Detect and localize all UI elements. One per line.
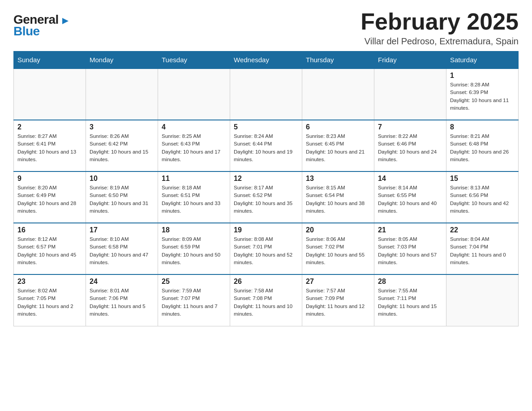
day-number: 19 — [234, 226, 298, 234]
calendar-cell: 8Sunrise: 8:21 AMSunset: 6:48 PMDaylight… — [446, 120, 519, 171]
day-info: Sunrise: 8:20 AMSunset: 6:49 PMDaylight:… — [17, 184, 82, 215]
day-info: Sunrise: 8:22 AMSunset: 6:46 PMDaylight:… — [378, 133, 442, 163]
week-row-1: 1Sunrise: 8:28 AMSunset: 6:39 PMDaylight… — [14, 68, 519, 120]
calendar-cell: 12Sunrise: 8:17 AMSunset: 6:52 PMDayligh… — [230, 171, 302, 223]
day-info: Sunrise: 8:04 AMSunset: 7:04 PMDaylight:… — [450, 235, 515, 266]
day-info: Sunrise: 8:02 AMSunset: 7:05 PMDaylight:… — [17, 287, 82, 318]
day-info: Sunrise: 7:58 AMSunset: 7:08 PMDaylight:… — [234, 287, 298, 318]
calendar-cell: 7Sunrise: 8:22 AMSunset: 6:46 PMDaylight… — [374, 120, 446, 171]
calendar-cell: 24Sunrise: 8:01 AMSunset: 7:06 PMDayligh… — [86, 274, 158, 326]
day-number: 15 — [450, 175, 515, 183]
day-number: 1 — [450, 72, 515, 80]
day-info: Sunrise: 8:26 AMSunset: 6:42 PMDaylight:… — [90, 133, 154, 163]
day-info: Sunrise: 8:24 AMSunset: 6:44 PMDaylight:… — [234, 133, 298, 163]
calendar-cell: 23Sunrise: 8:02 AMSunset: 7:05 PMDayligh… — [14, 274, 86, 326]
day-info: Sunrise: 7:57 AMSunset: 7:09 PMDaylight:… — [306, 287, 370, 318]
calendar-cell: 2Sunrise: 8:27 AMSunset: 6:41 PMDaylight… — [14, 120, 86, 171]
header-sunday: Sunday — [14, 51, 86, 69]
calendar-cell: 18Sunrise: 8:09 AMSunset: 6:59 PMDayligh… — [158, 223, 230, 274]
calendar-cell — [302, 68, 374, 120]
logo-blue-text: Blue — [13, 24, 40, 39]
calendar-cell: 9Sunrise: 8:20 AMSunset: 6:49 PMDaylight… — [14, 171, 86, 223]
week-row-4: 16Sunrise: 8:12 AMSunset: 6:57 PMDayligh… — [14, 223, 519, 274]
day-info: Sunrise: 8:25 AMSunset: 6:43 PMDaylight:… — [162, 133, 226, 163]
calendar-cell — [230, 68, 302, 120]
day-info: Sunrise: 8:05 AMSunset: 7:03 PMDaylight:… — [378, 235, 442, 266]
calendar-cell: 14Sunrise: 8:14 AMSunset: 6:55 PMDayligh… — [374, 171, 446, 223]
calendar-table: Sunday Monday Tuesday Wednesday Thursday… — [13, 51, 519, 326]
day-number: 6 — [306, 123, 370, 131]
day-info: Sunrise: 8:28 AMSunset: 6:39 PMDaylight:… — [450, 81, 515, 112]
day-number: 5 — [234, 123, 298, 131]
calendar-cell — [158, 68, 230, 120]
day-info: Sunrise: 8:19 AMSunset: 6:50 PMDaylight:… — [90, 184, 154, 215]
day-info: Sunrise: 8:12 AMSunset: 6:57 PMDaylight:… — [17, 235, 82, 266]
week-row-3: 9Sunrise: 8:20 AMSunset: 6:49 PMDaylight… — [14, 171, 519, 223]
day-info: Sunrise: 8:23 AMSunset: 6:45 PMDaylight:… — [306, 133, 370, 163]
calendar-cell: 4Sunrise: 8:25 AMSunset: 6:43 PMDaylight… — [158, 120, 230, 171]
day-info: Sunrise: 8:09 AMSunset: 6:59 PMDaylight:… — [162, 235, 226, 266]
title-area: February 2025 Villar del Pedroso, Extrem… — [360, 9, 519, 47]
day-number: 27 — [306, 278, 370, 286]
calendar-cell — [374, 68, 446, 120]
day-number: 9 — [17, 175, 82, 183]
day-info: Sunrise: 8:01 AMSunset: 7:06 PMDaylight:… — [90, 287, 154, 318]
calendar-cell: 13Sunrise: 8:15 AMSunset: 6:54 PMDayligh… — [302, 171, 374, 223]
day-number: 14 — [378, 175, 442, 183]
day-number: 10 — [90, 175, 154, 183]
calendar-cell: 5Sunrise: 8:24 AMSunset: 6:44 PMDaylight… — [230, 120, 302, 171]
week-row-2: 2Sunrise: 8:27 AMSunset: 6:41 PMDaylight… — [14, 120, 519, 171]
day-info: Sunrise: 8:21 AMSunset: 6:48 PMDaylight:… — [450, 133, 515, 163]
calendar-cell: 6Sunrise: 8:23 AMSunset: 6:45 PMDaylight… — [302, 120, 374, 171]
calendar-cell: 25Sunrise: 7:59 AMSunset: 7:07 PMDayligh… — [158, 274, 230, 326]
day-info: Sunrise: 8:10 AMSunset: 6:58 PMDaylight:… — [90, 235, 154, 266]
calendar-cell: 16Sunrise: 8:12 AMSunset: 6:57 PMDayligh… — [14, 223, 86, 274]
calendar-cell: 17Sunrise: 8:10 AMSunset: 6:58 PMDayligh… — [86, 223, 158, 274]
calendar-cell: 20Sunrise: 8:06 AMSunset: 7:02 PMDayligh… — [302, 223, 374, 274]
day-number: 17 — [90, 226, 154, 234]
month-title: February 2025 — [360, 9, 519, 34]
day-info: Sunrise: 8:08 AMSunset: 7:01 PMDaylight:… — [234, 235, 298, 266]
day-number: 16 — [17, 226, 82, 234]
calendar-cell: 21Sunrise: 8:05 AMSunset: 7:03 PMDayligh… — [374, 223, 446, 274]
calendar-cell: 27Sunrise: 7:57 AMSunset: 7:09 PMDayligh… — [302, 274, 374, 326]
header-wednesday: Wednesday — [230, 51, 302, 69]
logo: General Blue — [13, 9, 70, 39]
day-number: 26 — [234, 278, 298, 286]
day-number: 24 — [90, 278, 154, 286]
day-number: 2 — [17, 123, 82, 131]
calendar-cell: 11Sunrise: 8:18 AMSunset: 6:51 PMDayligh… — [158, 171, 230, 223]
calendar-cell — [14, 68, 86, 120]
calendar-cell: 26Sunrise: 7:58 AMSunset: 7:08 PMDayligh… — [230, 274, 302, 326]
day-number: 20 — [306, 226, 370, 234]
day-number: 4 — [162, 123, 226, 131]
day-info: Sunrise: 8:06 AMSunset: 7:02 PMDaylight:… — [306, 235, 370, 266]
calendar-cell — [446, 274, 519, 326]
header-friday: Friday — [374, 51, 446, 69]
weekday-header-row: Sunday Monday Tuesday Wednesday Thursday… — [14, 51, 519, 69]
header-thursday: Thursday — [302, 51, 374, 69]
calendar-cell: 15Sunrise: 8:13 AMSunset: 6:56 PMDayligh… — [446, 171, 519, 223]
header-tuesday: Tuesday — [158, 51, 230, 69]
day-number: 3 — [90, 123, 154, 131]
day-info: Sunrise: 7:59 AMSunset: 7:07 PMDaylight:… — [162, 287, 226, 318]
day-number: 12 — [234, 175, 298, 183]
day-number: 11 — [162, 175, 226, 183]
calendar-cell: 19Sunrise: 8:08 AMSunset: 7:01 PMDayligh… — [230, 223, 302, 274]
calendar-cell: 3Sunrise: 8:26 AMSunset: 6:42 PMDaylight… — [86, 120, 158, 171]
logo-arrow-icon — [60, 16, 70, 26]
day-info: Sunrise: 8:18 AMSunset: 6:51 PMDaylight:… — [162, 184, 226, 215]
calendar-cell: 28Sunrise: 7:55 AMSunset: 7:11 PMDayligh… — [374, 274, 446, 326]
day-number: 22 — [450, 226, 515, 234]
day-info: Sunrise: 8:15 AMSunset: 6:54 PMDaylight:… — [306, 184, 370, 215]
header-monday: Monday — [86, 51, 158, 69]
calendar-cell: 22Sunrise: 8:04 AMSunset: 7:04 PMDayligh… — [446, 223, 519, 274]
header-saturday: Saturday — [446, 51, 519, 69]
day-info: Sunrise: 7:55 AMSunset: 7:11 PMDaylight:… — [378, 287, 442, 318]
day-number: 21 — [378, 226, 442, 234]
day-number: 18 — [162, 226, 226, 234]
day-info: Sunrise: 8:17 AMSunset: 6:52 PMDaylight:… — [234, 184, 298, 215]
calendar-cell: 10Sunrise: 8:19 AMSunset: 6:50 PMDayligh… — [86, 171, 158, 223]
header: General Blue February 2025 Villar del Pe… — [13, 9, 519, 47]
day-number: 23 — [17, 278, 82, 286]
